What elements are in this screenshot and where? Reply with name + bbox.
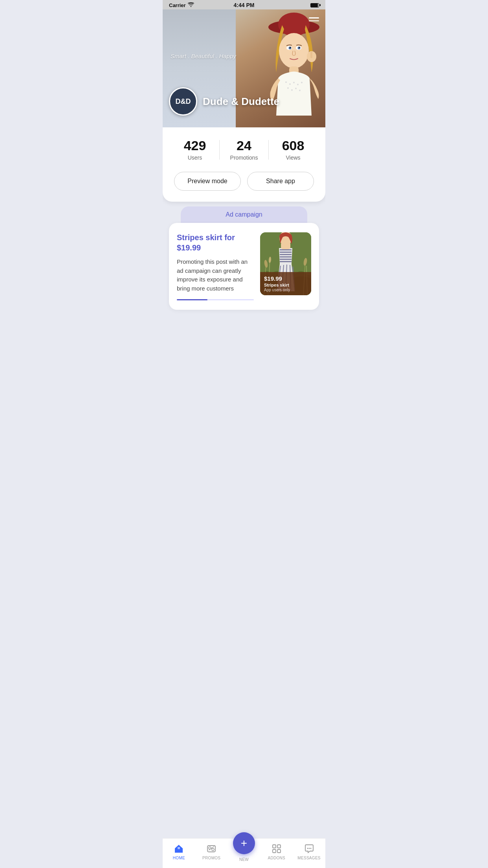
svg-point-4 bbox=[285, 81, 287, 83]
share-app-button[interactable]: Share app bbox=[247, 172, 314, 191]
status-time: 4:44 PM bbox=[234, 2, 255, 8]
svg-point-6 bbox=[293, 82, 295, 83]
svg-point-2 bbox=[279, 33, 309, 68]
ad-description: Promoting this post with an ad campaign … bbox=[177, 257, 254, 293]
hero-section: Smart . Beautiful . Happy D&D Dude & Dud… bbox=[163, 9, 325, 127]
ad-title: Stripes skirt for $19.99 bbox=[177, 232, 254, 253]
promotions-label: Promotions bbox=[223, 154, 265, 161]
status-left: Carrier bbox=[169, 2, 194, 8]
svg-point-9 bbox=[287, 87, 289, 89]
ad-progress-bar bbox=[177, 299, 254, 300]
svg-point-11 bbox=[295, 88, 297, 89]
ad-overlay-users-label: App users only bbox=[264, 288, 307, 292]
wifi-icon bbox=[188, 2, 194, 8]
svg-point-12 bbox=[299, 90, 301, 91]
svg-rect-34 bbox=[280, 261, 292, 262]
promotions-count: 24 bbox=[223, 138, 265, 153]
svg-rect-29 bbox=[280, 249, 292, 250]
views-label: Views bbox=[272, 154, 314, 161]
stats-row: 429 Users 24 Promotions 608 Views bbox=[171, 138, 317, 161]
ad-campaign-card: Stripes skirt for $19.99 Promoting this … bbox=[169, 223, 319, 310]
stat-users: 429 Users bbox=[171, 138, 219, 161]
menu-line-2 bbox=[309, 20, 319, 22]
svg-point-8 bbox=[301, 82, 303, 83]
svg-rect-33 bbox=[280, 259, 292, 260]
views-count: 608 bbox=[272, 138, 314, 153]
svg-point-19 bbox=[290, 47, 291, 48]
users-count: 429 bbox=[174, 138, 216, 153]
svg-rect-32 bbox=[280, 256, 292, 257]
brand-logo: D&D bbox=[169, 87, 197, 116]
users-label: Users bbox=[174, 154, 216, 161]
ad-campaign-tab[interactable]: Ad campaign bbox=[181, 206, 307, 223]
status-bar: Carrier 4:44 PM bbox=[163, 0, 325, 9]
ad-text-section: Stripes skirt for $19.99 Promoting this … bbox=[177, 232, 254, 300]
svg-point-5 bbox=[289, 83, 291, 85]
svg-point-20 bbox=[299, 47, 300, 48]
svg-rect-31 bbox=[280, 254, 292, 255]
preview-mode-button[interactable]: Preview mode bbox=[174, 172, 241, 191]
stat-views: 608 Views bbox=[269, 138, 317, 161]
menu-line-1 bbox=[309, 17, 319, 18]
ad-campaign-section: Ad campaign Stripes skirt for $19.99 Pro… bbox=[169, 206, 319, 310]
ad-progress-fill bbox=[177, 299, 207, 300]
svg-rect-14 bbox=[310, 51, 312, 58]
stat-promotions: 24 Promotions bbox=[220, 138, 268, 161]
ad-image-overlay: $19.99 Stripes skirt App users only bbox=[260, 272, 311, 295]
ad-overlay-product-name: Stripes skirt bbox=[264, 283, 307, 287]
svg-point-10 bbox=[291, 89, 293, 91]
hero-brand-area: D&D Dude & Dudette bbox=[169, 87, 279, 116]
carrier-label: Carrier bbox=[169, 2, 186, 8]
battery-icon bbox=[310, 3, 319, 7]
main-stats-card: 429 Users 24 Promotions 608 Views Previe… bbox=[163, 127, 325, 202]
ad-product-image: $19.99 Stripes skirt App users only bbox=[260, 232, 311, 295]
action-buttons: Preview mode Share app bbox=[171, 172, 317, 191]
svg-point-7 bbox=[297, 84, 299, 85]
menu-button[interactable] bbox=[309, 17, 319, 21]
hero-tagline: Smart . Beautiful . Happy bbox=[171, 53, 236, 59]
ad-overlay-price: $19.99 bbox=[264, 275, 307, 282]
brand-name: Dude & Dudette bbox=[203, 96, 279, 108]
svg-rect-30 bbox=[280, 252, 292, 253]
